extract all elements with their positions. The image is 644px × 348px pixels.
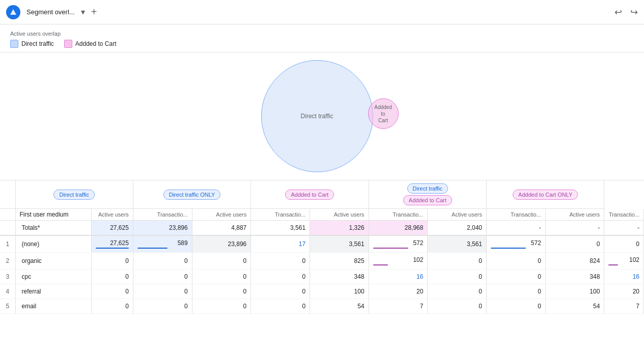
col-active-users-4: Active users bbox=[428, 209, 487, 221]
app-logo bbox=[6, 5, 20, 19]
table-row: 5 email 0 0 0 0 54 7 0 0 54 7 bbox=[0, 299, 644, 314]
totals-v6: 2,040 bbox=[428, 221, 487, 236]
row4-v2: 0 bbox=[192, 284, 251, 299]
legend-label-direct: Direct traffic bbox=[21, 40, 54, 47]
row4-v1: 0 bbox=[133, 284, 192, 299]
venn-container: Direct traffic AdddedtoCart bbox=[236, 58, 409, 175]
row-name-4: referral bbox=[15, 284, 91, 299]
segment-cart-only: Addded to Cart ONLY bbox=[487, 180, 604, 209]
totals-label: Totals* bbox=[15, 221, 91, 236]
row-name-2: organic bbox=[15, 253, 91, 270]
row2-v6: 0 bbox=[428, 253, 487, 270]
row2-v7: 0 bbox=[487, 253, 546, 270]
row5-v2: 0 bbox=[192, 299, 251, 314]
empty-num-col bbox=[0, 209, 15, 221]
table-row: 2 organic 0 0 0 0 825 102 0 0 824 102 bbox=[0, 253, 644, 270]
col-transactions-3: Transactio... bbox=[369, 209, 428, 221]
segment-direct-cart: Direct traffic Addded to Cart bbox=[369, 180, 486, 209]
col-active-users-5: Active users bbox=[545, 209, 604, 221]
segment-header-row: Direct traffic Direct traffic ONLY Addde… bbox=[0, 180, 644, 209]
row3-v4: 348 bbox=[310, 270, 369, 284]
pill-cart-only: Addded to Cart ONLY bbox=[513, 190, 578, 200]
row4-v8: 100 bbox=[545, 284, 604, 299]
row1-v2: 23,896 bbox=[192, 235, 251, 253]
legend-label-cart: Addded to Cart bbox=[75, 40, 117, 47]
segment-direct-only: Direct traffic ONLY bbox=[133, 180, 250, 209]
row1-v5: 572 bbox=[369, 235, 428, 253]
totals-v5: 28,968 bbox=[369, 221, 428, 236]
totals-row: Totals* 27,625 23,896 4,887 3,561 1,326 … bbox=[0, 221, 644, 236]
table-row: 3 cpc 0 0 0 0 348 16 0 0 348 16 bbox=[0, 270, 644, 284]
col-active-users-3: Active users bbox=[310, 209, 369, 221]
row4-v4: 100 bbox=[310, 284, 369, 299]
totals-v8: - bbox=[545, 221, 604, 236]
tab-title: Segment overl... bbox=[24, 8, 77, 16]
pill-direct-only: Direct traffic ONLY bbox=[163, 190, 221, 200]
row1-v4: 3,561 bbox=[310, 235, 369, 253]
totals-v2: 4,887 bbox=[192, 221, 251, 236]
totals-v0: 27,625 bbox=[91, 221, 133, 236]
empty-cell-1 bbox=[0, 180, 15, 209]
table-row: 1 (none) 27,625 589 23,896 17 3,561 572 … bbox=[0, 235, 644, 253]
totals-num bbox=[0, 221, 15, 236]
row3-v0: 0 bbox=[91, 270, 133, 284]
chevron-down-icon[interactable]: ▾ bbox=[81, 7, 85, 17]
row5-v7: 0 bbox=[487, 299, 546, 314]
totals-v3: 3,561 bbox=[251, 221, 310, 236]
legend-area: Active users overlap Direct traffic Addd… bbox=[0, 24, 644, 52]
row2-v5: 102 bbox=[369, 253, 428, 270]
totals-v7: - bbox=[487, 221, 546, 236]
legend-item-cart: Addded to Cart bbox=[64, 40, 117, 48]
row5-v9: 7 bbox=[604, 299, 644, 314]
row1-v1: 589 bbox=[133, 235, 192, 253]
legend-color-direct bbox=[10, 40, 18, 48]
undo-icon[interactable]: ↩ bbox=[614, 7, 622, 18]
data-table: Direct traffic Direct traffic ONLY Addde… bbox=[0, 180, 644, 314]
legend-items: Direct traffic Addded to Cart bbox=[10, 40, 634, 48]
add-tab-button[interactable]: + bbox=[91, 6, 97, 18]
row4-v5: 20 bbox=[369, 284, 428, 299]
table-row: 4 referral 0 0 0 0 100 20 0 0 100 20 bbox=[0, 284, 644, 299]
row-name-5: email bbox=[15, 299, 91, 314]
row3-v3: 0 bbox=[251, 270, 310, 284]
row2-v3: 0 bbox=[251, 253, 310, 270]
totals-v1: 23,896 bbox=[133, 221, 192, 236]
pill-direct-overlap: Direct traffic bbox=[407, 183, 448, 194]
totals-v4: 1,326 bbox=[310, 221, 369, 236]
row1-v6: 3,561 bbox=[428, 235, 487, 253]
row-num-5: 5 bbox=[0, 299, 15, 314]
col-transactions-1: Transactio... bbox=[133, 209, 192, 221]
row5-v6: 0 bbox=[428, 299, 487, 314]
row2-v4: 825 bbox=[310, 253, 369, 270]
legend-title: Active users overlap bbox=[10, 31, 634, 37]
row2-v0: 0 bbox=[91, 253, 133, 270]
totals-v9: - bbox=[604, 221, 644, 236]
row-num-2: 2 bbox=[0, 253, 15, 270]
pill-cart-overlap: Addded to Cart bbox=[403, 195, 452, 205]
pill-direct-traffic: Direct traffic bbox=[53, 190, 94, 200]
row-num-3: 3 bbox=[0, 270, 15, 284]
col-active-users-1: Active users bbox=[91, 209, 133, 221]
row2-v9: 102 bbox=[604, 253, 644, 270]
legend-color-cart bbox=[64, 40, 72, 48]
row4-v3: 0 bbox=[251, 284, 310, 299]
row2-v8: 824 bbox=[545, 253, 604, 270]
venn-diagram: Direct traffic AdddedtoCart bbox=[0, 52, 644, 180]
venn-circle-direct: Direct traffic bbox=[261, 60, 373, 172]
row5-v5: 7 bbox=[369, 299, 428, 314]
segment-cart: Addded to Cart bbox=[251, 180, 369, 209]
pill-cart: Addded to Cart bbox=[285, 190, 334, 200]
row2-v2: 0 bbox=[192, 253, 251, 270]
row1-v9: 0 bbox=[604, 235, 644, 253]
legend-item-direct: Direct traffic bbox=[10, 40, 54, 48]
row4-v7: 0 bbox=[487, 284, 546, 299]
row1-v0: 27,625 bbox=[91, 235, 133, 253]
row3-v6: 0 bbox=[428, 270, 487, 284]
col-transactions-5: Transactio... bbox=[604, 209, 644, 221]
redo-icon[interactable]: ↪ bbox=[630, 7, 638, 18]
row3-v5: 16 bbox=[369, 270, 428, 284]
col-transactions-2: Transactio... bbox=[251, 209, 310, 221]
row4-v0: 0 bbox=[91, 284, 133, 299]
row5-v4: 54 bbox=[310, 299, 369, 314]
row-name-3: cpc bbox=[15, 270, 91, 284]
